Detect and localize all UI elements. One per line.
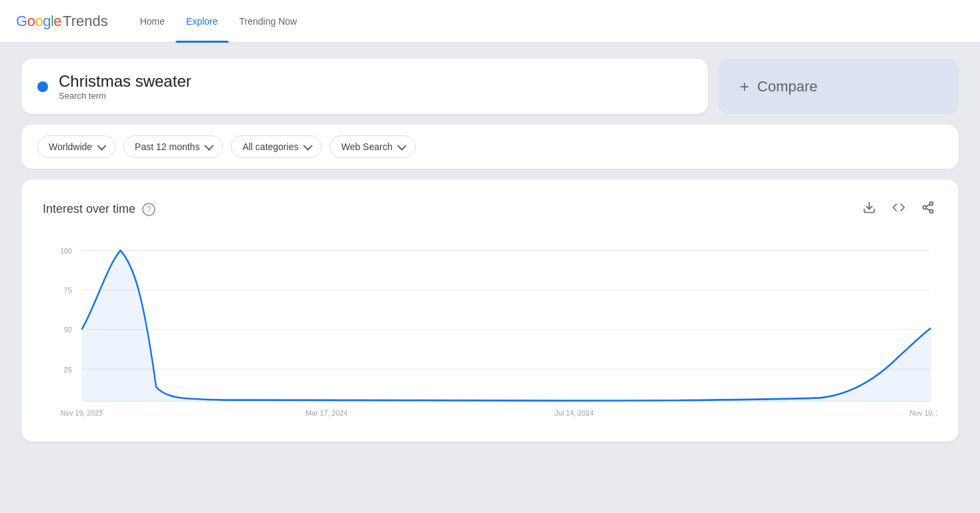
filter-worldwide-label: Worldwide [49, 141, 92, 152]
compare-card[interactable]: + Compare [718, 59, 959, 114]
svg-line-4 [926, 208, 930, 210]
nav-explore[interactable]: Explore [175, 0, 228, 43]
chart-card: Interest over time ? [21, 179, 959, 442]
x-label-jul2024: Jul 14, 2024 [555, 409, 594, 418]
search-compare-row: Christmas sweater Search term + Compare [21, 59, 959, 114]
chart-title: Interest over time [43, 202, 135, 216]
filters-row: Worldwide Past 12 months All categories … [21, 125, 959, 169]
y-label-100: 100 [60, 246, 72, 255]
chart-header: Interest over time ? [43, 198, 937, 220]
filter-worldwide[interactable]: Worldwide [37, 135, 115, 158]
search-term: Christmas sweater [59, 72, 191, 91]
y-label-75: 75 [64, 286, 72, 295]
filter-time[interactable]: Past 12 months [123, 135, 223, 158]
share-button[interactable] [919, 198, 937, 220]
x-label-nov2024: Nov 10, 2024 [910, 409, 937, 418]
chart-line [81, 251, 931, 401]
embed-button[interactable] [889, 198, 908, 220]
header: Google Trends Home Explore Trending Now [0, 0, 980, 43]
nav-trending-now[interactable]: Trending Now [229, 0, 308, 43]
chevron-down-icon [304, 141, 313, 151]
chevron-down-icon [97, 141, 106, 151]
y-label-25: 25 [64, 365, 72, 374]
search-card: Christmas sweater Search term [21, 59, 708, 114]
search-type: Search term [59, 91, 191, 101]
search-dot [37, 81, 48, 92]
main-nav: Home Explore Trending Now [129, 0, 308, 42]
x-label-nov2023: Nov 19, 2023 [61, 409, 103, 418]
chart-fill [81, 251, 931, 402]
logo[interactable]: Google Trends [16, 13, 108, 30]
compare-label: Compare [757, 78, 817, 95]
filter-categories-label: All categories [242, 141, 298, 152]
search-info: Christmas sweater Search term [59, 72, 191, 101]
filter-search-type[interactable]: Web Search [330, 135, 416, 158]
svg-line-5 [926, 204, 930, 206]
google-logo: Google [16, 13, 61, 30]
trends-logo-text: Trends [63, 13, 108, 30]
main-content: Christmas sweater Search term + Compare … [0, 43, 980, 458]
chevron-down-icon [205, 141, 214, 151]
chart-title-row: Interest over time ? [43, 202, 155, 216]
filter-categories[interactable]: All categories [231, 135, 322, 158]
filter-search-type-label: Web Search [341, 141, 392, 152]
chart-area: 100 75 50 25 Nov 19, 2023 Mar 17, 2024 J… [43, 236, 937, 423]
chart-actions [860, 198, 937, 220]
chevron-down-icon [398, 141, 407, 151]
nav-home[interactable]: Home [129, 0, 175, 43]
chart-svg: 100 75 50 25 Nov 19, 2023 Mar 17, 2024 J… [43, 236, 937, 423]
filter-time-label: Past 12 months [135, 141, 199, 152]
x-label-mar2024: Mar 17, 2024 [306, 409, 348, 418]
compare-plus-icon: + [740, 77, 749, 96]
help-icon[interactable]: ? [142, 203, 155, 216]
download-button[interactable] [860, 198, 879, 220]
y-label-50: 50 [64, 326, 72, 334]
